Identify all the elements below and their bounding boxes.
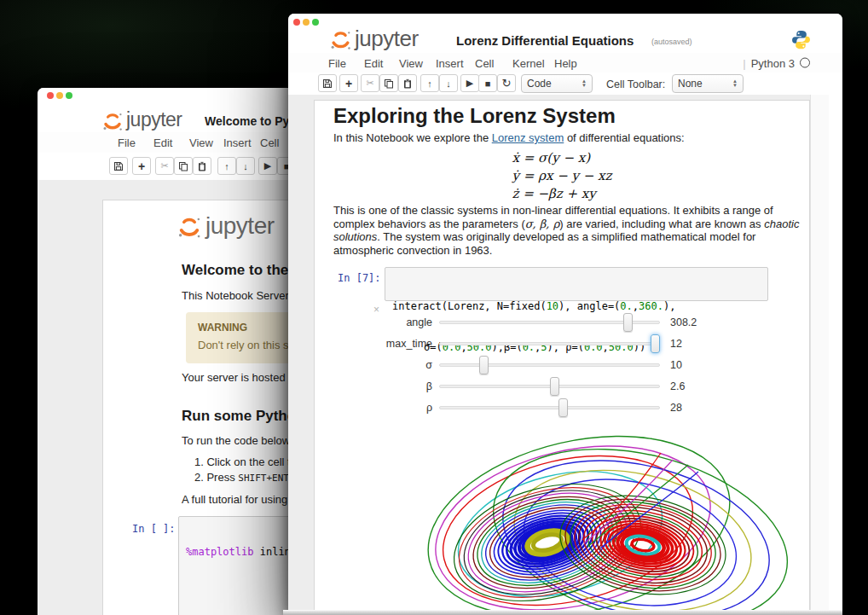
slider-row: angle 308.2 [333,311,697,333]
slider-handle[interactable] [558,398,568,417]
stop-kernel-button[interactable]: ■ [478,74,497,92]
bottom-window-edge [283,610,842,615]
slider-handle[interactable] [479,356,489,374]
cell-toolbar-label: Cell Toolbar: [606,78,665,90]
window-right-margin [829,95,842,615]
menu-edit[interactable]: Edit [153,136,172,149]
run-cell-button[interactable]: ▶ [258,157,277,175]
front-notebook-area: Exploring the Lorenz System In this Note… [288,95,842,615]
jupyter-logo-icon [177,214,201,240]
screenshot-stage: jupyter Welcome to Py File Edit View Ins… [0,0,868,615]
slider-handle[interactable] [550,377,559,396]
cut-icon: ✂ [160,160,168,171]
slider-label: ρ [333,402,432,414]
menu-view[interactable]: View [189,136,213,149]
cell-type-select[interactable]: Code ▲▼ [521,74,593,93]
move-down-button[interactable]: ↓ [236,157,255,175]
slider-track[interactable] [439,385,660,388]
run-code-paragraph: To run the code below: [182,434,293,448]
restart-kernel-button[interactable]: ↻ [497,74,516,92]
slider-handle[interactable] [651,334,660,353]
jupyter-logo-text-large: jupyter [205,212,275,240]
move-down-icon: ↓ [446,78,451,89]
description-line: This is one of the classic systems in no… [333,204,799,218]
menu-help[interactable]: Help [554,56,577,69]
slider-value: 2.6 [670,380,685,392]
move-down-button[interactable]: ↓ [439,74,458,92]
menu-insert[interactable]: Insert [223,136,252,149]
move-down-icon: ↓ [243,161,248,171]
menu-edit[interactable]: Edit [364,56,383,69]
scrollbar-track[interactable] [810,95,830,615]
slider-handle[interactable] [623,313,633,332]
kernel-indicator: | Python 3 [743,56,810,69]
slider-row: ρ 28 [333,397,697,418]
cell-toolbar-select[interactable]: None ▲▼ [672,74,744,93]
minimize-window-button[interactable] [56,92,63,99]
add-cell-button[interactable]: + [339,74,358,92]
zoom-window-button[interactable] [66,92,72,99]
paste-cell-button[interactable] [193,157,211,175]
equation-line: ẏ = ρx − y − xz [512,167,612,185]
move-up-icon: ↑ [224,161,229,171]
page-title: Exploring the Lorenz System [333,104,616,128]
slider-value: 308.2 [670,316,697,328]
cell-input-prompt: In [7]: [338,272,381,284]
intro-paragraph: In this Notebook we explore the Lorenz s… [333,131,685,145]
menu-kernel[interactable]: Kernel [512,56,545,69]
jupyter-logo-text: jupyter [126,108,182,131]
autosave-status: (autosaved) [651,38,692,46]
run-cell-button[interactable]: ▶ [460,74,479,92]
restart-icon: ↻ [502,77,512,90]
back-notebook-title[interactable]: Welcome to Py [205,114,289,128]
list-item: 2. Press SHIFT+ENTER [194,471,300,485]
run-icon: ▶ [466,78,473,89]
notebook-title[interactable]: Lorenz Differential Equations [456,33,634,48]
run-icon: ▶ [264,160,271,171]
copy-cell-button[interactable] [379,74,398,92]
slider-track[interactable] [439,321,660,324]
slider-track[interactable] [439,342,660,345]
lorenz-system-link[interactable]: Lorenz system [492,131,564,144]
select-arrows-icon: ▲▼ [732,79,738,88]
move-up-button[interactable]: ↑ [217,157,236,175]
paste-cell-button[interactable] [398,74,417,92]
description-line: complex behaviors as the parameters (σ, … [333,218,799,231]
stop-icon: ■ [485,78,491,89]
copy-cell-button[interactable] [174,157,193,175]
move-up-button[interactable]: ↑ [420,74,439,92]
slider-label: β [333,380,432,392]
select-arrows-icon: ▲▼ [582,79,587,88]
slider-label: max_time [333,338,432,350]
menu-cell[interactable]: Cell [475,56,494,69]
add-cell-button[interactable]: + [132,157,151,175]
description-paragraph: This is one of the classic systems in no… [333,204,799,257]
save-button[interactable] [109,157,128,175]
close-window-button[interactable] [47,92,54,99]
menu-insert[interactable]: Insert [436,56,464,69]
cut-cell-button[interactable]: ✂ [361,74,379,92]
lorenz-attractor-plot [417,419,809,611]
kernel-name: Python 3 [751,56,795,69]
cut-cell-button[interactable]: ✂ [155,157,174,175]
zoom-window-button[interactable] [312,19,319,26]
minimize-window-button[interactable] [303,19,310,26]
add-cell-icon: + [138,160,145,173]
slider-value: 12 [670,338,682,350]
save-button[interactable] [318,74,337,92]
kernel-status-icon [800,58,810,68]
slider-track[interactable] [439,406,660,409]
close-window-button[interactable] [293,19,300,26]
menu-file[interactable]: File [118,136,136,149]
code-cell-input[interactable]: interact(Lorenz, N=fixed(10), angle=(0.,… [385,267,768,301]
menu-view[interactable]: View [399,56,423,69]
front-menu-bar: File Edit View Insert Cell Kernel Help |… [288,53,842,73]
cell-toolbar-value: None [678,78,703,90]
cut-icon: ✂ [366,78,373,89]
python-logo-icon [791,30,811,49]
menu-file[interactable]: File [328,56,346,69]
menu-cell[interactable]: Cell [260,136,279,149]
slider-track[interactable] [439,363,660,367]
slider-row: β 2.6 [333,375,697,397]
move-up-icon: ↑ [427,78,432,89]
